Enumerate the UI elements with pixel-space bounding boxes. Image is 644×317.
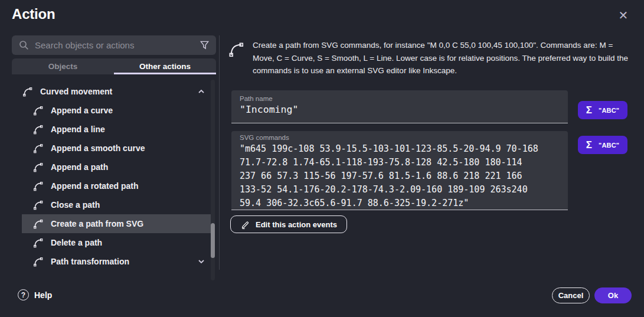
curve-icon [32,181,44,192]
action-dialog: Action ✕ Objects Other actions Curved mo… [0,0,644,317]
search-icon [19,40,29,50]
curve-icon [32,256,44,267]
list-item-append-path[interactable]: Append a path [22,158,211,177]
filter-icon[interactable] [200,40,210,50]
list-item-create-path-from-svg[interactable]: Create a path from SVG [22,214,211,233]
curve-icon [32,124,44,135]
help-button[interactable]: ? Help [18,289,52,300]
list-item-append-line[interactable]: Append a line [22,120,211,139]
list-scrollbar [211,80,215,280]
list-item-path-transformation[interactable]: Path transformation [22,252,211,271]
curve-icon [22,86,33,97]
pencil-icon [240,220,250,229]
action-list: Curved movement Append a curve Append a … [22,82,211,271]
search-bar [12,35,216,55]
chevron-up-icon[interactable] [197,87,206,96]
group-label: Curved movement [40,87,112,96]
curve-icon [32,162,44,173]
tab-bar: Objects Other actions [12,58,216,74]
tab-objects[interactable]: Objects [12,58,114,74]
curve-icon-large [227,41,245,58]
sigma-icon: Σ [586,105,592,115]
list-item-append-curve[interactable]: Append a curve [22,101,211,120]
chevron-down-icon[interactable] [197,257,206,266]
list-item-close-path[interactable]: Close a path [22,195,211,214]
search-input[interactable] [35,40,200,50]
curve-icon [32,105,44,116]
close-icon[interactable]: ✕ [615,7,632,24]
curve-icon [32,200,44,211]
page-title: Action [12,6,55,22]
svg-commands-input[interactable]: "m645 199c-108 53.9-15.5-103-101-123-85.… [240,142,560,210]
path-name-field: Path name [231,90,568,123]
path-name-input[interactable] [240,104,560,115]
svg-commands-field: SVG commands "m645 199c-108 53.9-15.5-10… [231,131,568,210]
sigma-icon: Σ [586,140,592,150]
ok-button[interactable]: Ok [594,287,632,303]
edit-action-events-button[interactable]: Edit this action events [230,215,347,233]
curve-icon [32,143,44,154]
panel-divider [219,35,220,270]
path-name-label: Path name [240,95,560,102]
list-item-append-rotated-path[interactable]: Append a rotated path [22,177,211,195]
curve-icon [32,237,44,249]
tab-other-actions[interactable]: Other actions [114,58,216,74]
curve-icon [32,218,44,230]
list-group-curved-movement[interactable]: Curved movement [22,82,211,101]
expression-builder-button-svg-commands[interactable]: Σ "ABC" [578,136,627,154]
cancel-button[interactable]: Cancel [552,287,590,303]
action-description: Create a path from SVG commands, for ins… [253,39,630,77]
expression-builder-button-path-name[interactable]: Σ "ABC" [578,101,627,119]
question-mark-icon: ? [18,289,29,300]
scrollbar-thumb[interactable] [211,223,215,258]
list-item-append-smooth-curve[interactable]: Append a smooth curve [22,139,211,158]
list-item-delete-path[interactable]: Delete a path [22,233,211,252]
svg-commands-label: SVG commands [240,134,560,141]
